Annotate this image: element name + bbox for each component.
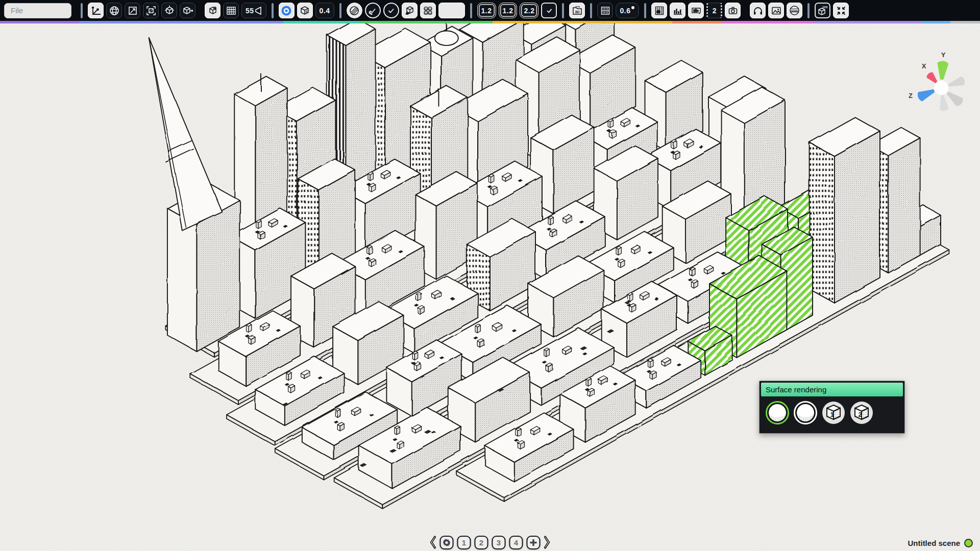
- vertex-cube-button[interactable]: [205, 3, 220, 18]
- pager-add-button[interactable]: [527, 536, 541, 549]
- surface-cube2-option[interactable]: 2: [850, 401, 873, 424]
- check-circle-button[interactable]: [383, 3, 399, 18]
- pager-page-4-button[interactable]: 4: [509, 536, 523, 549]
- svg-text:3D: 3D: [575, 9, 580, 14]
- camera-button[interactable]: [725, 3, 741, 18]
- surface-cube1-option[interactable]: 1: [822, 401, 845, 424]
- fullscreen-icon: [836, 5, 847, 16]
- toolbar-divider: [562, 3, 564, 18]
- svg-text:2: 2: [859, 411, 862, 418]
- grid-icon: [226, 5, 237, 16]
- strip-segment: [0, 21, 79, 23]
- gizmo-center[interactable]: [934, 81, 948, 95]
- line-weight-1-button[interactable]: 1.2: [477, 3, 496, 18]
- dither-check-button[interactable]: [365, 3, 381, 18]
- strip-segment: [813, 21, 922, 23]
- gizmo-z-axis[interactable]: [916, 86, 936, 103]
- toolbar-divider: [470, 3, 472, 18]
- line-weight-3-button[interactable]: 2.2: [520, 3, 538, 18]
- cube-arrows-icon: [164, 5, 175, 16]
- resize-tool-button[interactable]: [125, 3, 140, 18]
- frame-2-value: 2: [713, 7, 717, 15]
- fullscreen-button[interactable]: [833, 3, 849, 18]
- pager-page-2-button[interactable]: 2: [475, 536, 488, 549]
- strip-segment: [672, 21, 721, 23]
- cube-123-button[interactable]: 123: [815, 3, 830, 18]
- line-weight-2-button[interactable]: 1.2: [499, 3, 518, 18]
- axes-tool-button[interactable]: [88, 3, 104, 18]
- pager-prev-button[interactable]: [429, 535, 436, 549]
- resize-icon: [127, 5, 138, 16]
- shaded-sphere-icon: [349, 5, 360, 16]
- depth-value: 0.4: [320, 7, 330, 15]
- pager-next-button[interactable]: [544, 535, 551, 549]
- corner-blob-icon: [631, 6, 635, 10]
- cube-vertex-icon: [207, 5, 218, 16]
- extrude-cube-button[interactable]: [180, 3, 195, 18]
- surface-sphere-option-selected[interactable]: [766, 401, 789, 424]
- line-weight-1-value: 1.2: [481, 7, 492, 15]
- halftone-button[interactable]: [651, 3, 667, 18]
- cube-123-icon: 123: [817, 5, 829, 17]
- check-icon: [385, 5, 397, 16]
- depth-cube-button[interactable]: [297, 3, 313, 18]
- image-button[interactable]: [768, 3, 784, 18]
- opacity-value-button[interactable]: 0.6: [616, 3, 639, 18]
- shaded-sphere-icon: [794, 401, 817, 424]
- depth-value-button[interactable]: 0.4: [315, 3, 334, 18]
- shelf-icon: [600, 5, 611, 16]
- toolbar-divider: [807, 3, 810, 18]
- svg-text:123: 123: [822, 6, 828, 9]
- chart-cursor-icon: [691, 5, 702, 16]
- gizmo-y-axis[interactable]: [936, 61, 948, 80]
- shadow-cube-button[interactable]: [402, 3, 418, 18]
- cube-arrow-icon: [182, 5, 193, 16]
- image-icon: [771, 5, 782, 16]
- axis-gizmo[interactable]: Y X Z: [899, 49, 976, 115]
- fov-value: 55: [246, 7, 254, 15]
- folder-3d-button[interactable]: 3D: [569, 3, 585, 18]
- strip-segment: [922, 21, 950, 23]
- spheres-icon: [422, 5, 433, 16]
- frame-2-button[interactable]: 2: [706, 3, 722, 18]
- cube-2-icon: 2: [850, 401, 873, 424]
- shaded-sphere-button[interactable]: [347, 3, 362, 18]
- outline-toggle-checkbox[interactable]: [541, 3, 557, 18]
- crop-region-button[interactable]: [143, 3, 159, 18]
- line-weight-2-value: 1.2: [503, 7, 513, 15]
- equalizer-icon: [672, 5, 683, 16]
- pager-page-1-button[interactable]: 1: [457, 536, 471, 549]
- pager-page-3-button[interactable]: 3: [492, 536, 506, 549]
- surface-sphere-option[interactable]: [794, 401, 817, 424]
- chart-select-button[interactable]: [688, 3, 704, 18]
- color-swatch-button[interactable]: [438, 3, 465, 18]
- dither-check-icon: [367, 5, 378, 16]
- audio-button[interactable]: [750, 3, 766, 18]
- toolbar-divider: [339, 3, 341, 18]
- toolbar-divider: [81, 3, 83, 18]
- focus-target-icon: [280, 5, 292, 17]
- equalizer-button[interactable]: [670, 3, 685, 18]
- svg-text:1: 1: [830, 411, 834, 418]
- strip-segment: [950, 21, 980, 23]
- transform-cube-button[interactable]: [161, 3, 177, 18]
- spheres-button[interactable]: [420, 3, 436, 18]
- focus-target-button[interactable]: [279, 3, 295, 18]
- web-button[interactable]: www: [787, 3, 802, 18]
- shelf-view-button[interactable]: [597, 3, 613, 18]
- camera-fov-button[interactable]: 55: [241, 3, 266, 18]
- check-icon: [544, 6, 554, 16]
- viewport-canvas[interactable]: Y X Z Surface rendering: [0, 23, 980, 551]
- camera-fov-icon: [254, 6, 262, 15]
- cube-1-icon: 1: [822, 401, 845, 424]
- pager-settings-button[interactable]: [440, 536, 454, 549]
- strip-segment: [360, 21, 493, 23]
- scene-status-indicator: [964, 539, 973, 547]
- halftone-icon: [654, 5, 665, 16]
- scene-name-label: Untitled scene: [908, 539, 960, 547]
- grid-floor-button[interactable]: [223, 3, 239, 18]
- shaded-sphere-icon: [766, 401, 789, 424]
- globe-tool-button[interactable]: [106, 3, 122, 18]
- file-menu-button[interactable]: File: [4, 3, 71, 18]
- surface-panel-title: Surface rendering: [761, 383, 903, 396]
